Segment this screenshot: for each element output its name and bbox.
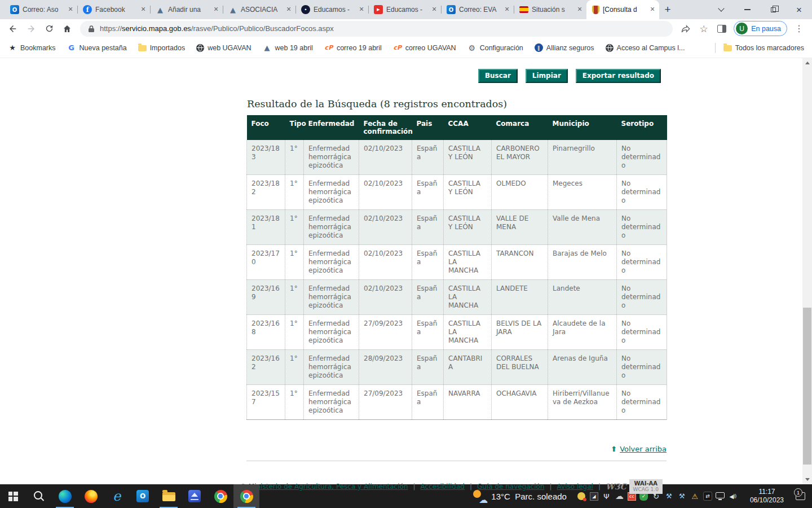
table-cell: 1° xyxy=(285,175,304,210)
table-cell: Megeces xyxy=(548,175,617,210)
defender-tray-icon[interactable] xyxy=(690,492,700,501)
minimize-button[interactable] xyxy=(734,0,760,19)
browser-tab[interactable]: Facebook× xyxy=(77,0,150,19)
bookmark-item[interactable]: correo 19 abril xyxy=(324,43,382,52)
ugavan-icon xyxy=(263,43,272,52)
all-bookmarks-button[interactable]: Todos los marcadores xyxy=(723,44,804,52)
bookmark-item[interactable]: Configuración xyxy=(467,43,523,52)
start-icon xyxy=(8,492,18,501)
browser-tab[interactable]: Correo: Aso× xyxy=(5,0,77,19)
weather-icon[interactable] xyxy=(472,489,487,503)
footer-link-guia[interactable]: Guía de navegación xyxy=(477,483,545,491)
back-button[interactable] xyxy=(5,21,21,37)
taskbar-start-button[interactable] xyxy=(0,484,26,508)
cpanel-icon xyxy=(324,43,333,52)
bookmark-item[interactable]: Bookmarks xyxy=(8,43,56,52)
table-cell: 02/10/2023 xyxy=(359,280,412,315)
table-cell: No determinado xyxy=(617,280,667,315)
gear-icon xyxy=(467,43,476,52)
back-to-top-link[interactable]: Volver arriba xyxy=(620,445,667,453)
browser-tab[interactable]: ASOCIACIA× xyxy=(223,0,295,19)
teamviewer-tray-icon[interactable] xyxy=(703,492,712,501)
column-header: Pais xyxy=(412,115,444,140)
footer-link-ministerio[interactable]: © Ministerio de Agricultura, Pesca y Ali… xyxy=(240,483,408,491)
scroll-down-arrow[interactable] xyxy=(802,475,812,484)
tab-close-icon[interactable]: × xyxy=(211,5,220,14)
tab-close-icon[interactable]: × xyxy=(139,5,148,14)
taskbar-clock[interactable]: 11:17 06/10/2023 xyxy=(750,488,784,505)
browser-tab[interactable]: [Consulta d× xyxy=(586,0,659,19)
bookmark-item[interactable]: Acceso al Campus l... xyxy=(606,44,685,52)
home-button[interactable] xyxy=(59,21,76,37)
table-cell: 02/10/2023 xyxy=(359,245,412,280)
tab-close-icon[interactable]: × xyxy=(430,5,439,14)
volume-tray-icon[interactable] xyxy=(728,492,738,501)
forward-button[interactable] xyxy=(23,21,39,37)
tab-close-icon[interactable]: × xyxy=(284,5,293,14)
new-tab-button[interactable]: + xyxy=(659,2,676,17)
footer-link-accesibilidad[interactable]: Accesibilidad xyxy=(421,483,465,491)
taskbar-edge-button[interactable] xyxy=(52,484,78,508)
profile-button[interactable]: U En pausa xyxy=(734,21,787,36)
taskbar-outlook-button[interactable] xyxy=(130,484,156,508)
browser-tab[interactable]: Educamos -× xyxy=(368,0,441,19)
bookmark-item[interactable]: Importados xyxy=(138,44,186,52)
bookmark-item[interactable]: Allianz seguros xyxy=(535,43,594,52)
facebook-favicon xyxy=(83,5,92,14)
table-cell: No determinado xyxy=(617,245,667,280)
table-cell: Enfermedad hemorrágica epizoótica xyxy=(304,385,359,420)
bookmark-item[interactable]: Nueva pestaña xyxy=(67,43,127,52)
tortoise-tray-icon[interactable] xyxy=(677,492,687,501)
side-panel-button[interactable] xyxy=(713,21,730,37)
taskbar-search-button[interactable] xyxy=(26,484,52,508)
tab-title: Educamos - xyxy=(386,6,426,14)
table-cell: CASTILLA LA MANCHA xyxy=(444,280,492,315)
clock-date: 06/10/2023 xyxy=(750,496,784,505)
table-cell: España xyxy=(412,140,444,175)
page-scrollbar[interactable] xyxy=(802,58,812,484)
table-cell: Enfermedad hemorrágica epizoótica xyxy=(304,140,359,175)
reload-button[interactable] xyxy=(41,21,58,37)
exportar-resultado-button[interactable]: Exportar resultado xyxy=(576,69,661,83)
menu-kebab-icon[interactable]: ⋮ xyxy=(791,21,807,37)
taskbar-scanner-button[interactable] xyxy=(182,484,208,508)
taskbar-file-explorer-button[interactable] xyxy=(156,484,182,508)
taskbar-chrome-button[interactable] xyxy=(208,484,233,508)
bookmark-item[interactable]: web UGAVAN xyxy=(196,44,251,52)
footer-link-aviso[interactable]: Aviso legal xyxy=(557,483,593,491)
bookmark-item[interactable]: web 19 abril xyxy=(263,43,313,52)
tab-close-icon[interactable]: × xyxy=(66,5,75,14)
display-tray-icon[interactable] xyxy=(716,492,725,498)
scrollbar-thumb[interactable] xyxy=(803,308,811,465)
bookmark-star-icon[interactable]: ☆ xyxy=(695,21,712,37)
address-bar[interactable]: https://servicio.mapa.gob.es/rasve/Publi… xyxy=(80,21,673,37)
taskbar-firefox-button[interactable] xyxy=(78,484,104,508)
browser-tab[interactable]: Educamos -× xyxy=(295,0,368,19)
buscar-button[interactable]: Buscar xyxy=(478,69,518,83)
browser-tab[interactable]: Añadir una× xyxy=(150,0,223,19)
table-cell: OLMEDO xyxy=(492,175,548,210)
taskbar-internet-explorer-button[interactable] xyxy=(104,484,130,508)
taskbar-chrome-button[interactable] xyxy=(233,484,259,508)
table-cell: 2023/162 xyxy=(247,350,285,385)
share-button[interactable] xyxy=(677,21,694,37)
tab-close-icon[interactable]: × xyxy=(357,5,366,14)
table-row: 2023/1811°Enfermedad hemorrágica epizoót… xyxy=(247,210,667,245)
restore-button[interactable] xyxy=(760,0,786,19)
tab-close-icon[interactable]: × xyxy=(648,5,657,14)
clock-tray-icon[interactable] xyxy=(577,492,586,501)
table-row: 2023/1681°Enfermedad hemorrágica epizoót… xyxy=(247,315,667,350)
tab-close-icon[interactable]: × xyxy=(502,5,511,14)
tab-close-icon[interactable]: × xyxy=(575,5,584,14)
scroll-up-arrow[interactable] xyxy=(802,58,812,68)
table-body: 2023/1831°Enfermedad hemorrágica epizoót… xyxy=(247,140,667,420)
browser-tab[interactable]: Correo: EVA× xyxy=(441,0,514,19)
limpiar-button[interactable]: Limpiar xyxy=(526,69,568,83)
close-window-button[interactable]: × xyxy=(786,0,812,19)
tab-search-chevron-icon[interactable] xyxy=(708,0,734,19)
browser-tab[interactable]: Situación s× xyxy=(514,0,586,19)
table-cell: 1° xyxy=(285,315,304,350)
notification-center-button[interactable]: 1 xyxy=(791,492,810,500)
table-cell: España xyxy=(412,385,444,420)
bookmark-item[interactable]: correo UGAVAN xyxy=(393,43,456,52)
